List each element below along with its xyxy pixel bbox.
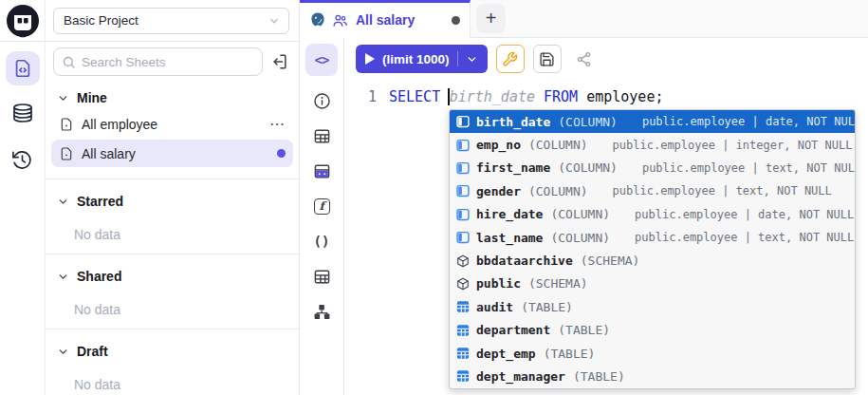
suggestion-name: first_name [476, 160, 550, 175]
nav-database-button[interactable] [6, 97, 40, 131]
variables-button[interactable]: () [311, 231, 332, 252]
suggestion-detail: public.employee | text, NOT NULL [613, 184, 832, 198]
search-sheets-input[interactable] [82, 55, 254, 69]
sheet-label: All employee [82, 117, 157, 132]
autocomplete-item[interactable]: last_name (COLUMN) public.employee | tex… [450, 226, 855, 249]
sql-editor[interactable]: 1 SELECT birth_date FROM employee; [344, 80, 868, 395]
table-grid-icon [455, 323, 470, 337]
play-icon [365, 53, 375, 65]
more-icon[interactable]: ⋯ [269, 115, 286, 133]
suggestion-kind: (COLUMN) [550, 207, 610, 221]
chevron-down-icon [57, 196, 69, 208]
autocomplete-item[interactable]: first_name (COLUMN) public.employee | te… [450, 157, 855, 179]
functions-button[interactable]: f [311, 196, 332, 216]
left-column: Basic Project [0, 0, 300, 395]
code-icon: <> [315, 52, 329, 67]
nav-rail [0, 42, 46, 395]
suggestion-kind: (TABLE) [544, 347, 596, 361]
sheet-code-icon [12, 58, 33, 79]
section-label: Shared [77, 269, 121, 284]
postgres-icon [309, 11, 326, 28]
search-icon [62, 55, 76, 69]
suggestion-name: bbdataarchive [476, 254, 573, 268]
autocomplete-item[interactable]: public (SCHEMA) [450, 273, 855, 295]
autocomplete-item[interactable]: audit (TABLE) [450, 295, 855, 318]
database-icon [11, 103, 34, 125]
sheet-icon [59, 146, 74, 161]
share-icon [576, 51, 592, 67]
autocomplete-item[interactable]: bbdataarchive (SCHEMA) [450, 249, 855, 272]
autocomplete-item[interactable]: birth_date (COLUMN) public.employee | da… [450, 110, 855, 133]
save-icon [539, 51, 555, 67]
suggestion-name: hire_date [476, 207, 543, 221]
table-highlight-icon [313, 162, 331, 180]
table-icon [313, 127, 331, 145]
section-empty-text: No data [46, 377, 299, 392]
search-row [46, 47, 299, 76]
column-icon [455, 160, 470, 175]
table-grid-icon [455, 300, 470, 314]
autocomplete-item[interactable]: dept_emp (TABLE) [450, 342, 855, 365]
search-sheets-box[interactable] [53, 47, 263, 76]
suggestion-detail: public.employee | text, NOT NULL [635, 231, 854, 244]
shared-users-icon [332, 12, 348, 28]
sample-data-button[interactable] [311, 160, 332, 181]
save-button[interactable] [533, 45, 562, 73]
schema-diagram-button[interactable] [311, 301, 332, 322]
autocomplete-item[interactable]: dept_manager (TABLE) [450, 365, 855, 387]
project-select[interactable]: Basic Project [53, 8, 289, 34]
section-label: Starred [77, 194, 123, 209]
section-header[interactable]: Draft [46, 341, 299, 362]
wrench-icon [502, 51, 518, 67]
info-button[interactable] [311, 90, 332, 111]
suggestion-detail: public.employee | date, NOT NULL [635, 208, 854, 221]
keyword-from: FROM [544, 88, 578, 105]
sidebar-section: Shared No data [46, 266, 299, 329]
tab-all-salary[interactable]: All salary [300, 0, 471, 38]
section-label: Draft [77, 344, 108, 359]
run-query-button[interactable]: (limit 1000) [356, 45, 488, 73]
autocomplete-panel: birth_date (COLUMN) public.employee | da… [449, 109, 856, 389]
share-button[interactable] [570, 45, 599, 73]
sheet-row[interactable]: All employee ⋯ [51, 110, 293, 138]
column-icon [455, 207, 470, 221]
app-window: Basic Project [0, 0, 868, 395]
schema-cube-icon [455, 254, 470, 268]
column-icon [455, 231, 470, 245]
chevron-down-icon [57, 271, 69, 283]
autocomplete-item[interactable]: gender (COLUMN) public.employee | text, … [450, 179, 855, 202]
collapse-panel-button[interactable] [270, 52, 289, 71]
suggestion-detail: public.employee | date, NOT NULL [642, 115, 856, 128]
section-header[interactable]: Starred [46, 191, 299, 212]
collapse-panel-icon [270, 52, 289, 71]
sheet-row[interactable]: All salary ⋯ [51, 140, 293, 167]
suggestion-name: dept_emp [476, 347, 536, 361]
right-column: All salary + <> [300, 0, 868, 395]
nav-history-button[interactable] [6, 142, 40, 177]
suggestion-name: dept_manager [476, 369, 565, 384]
suggestion-kind: (COLUMN) [558, 115, 618, 129]
chevron-down-icon[interactable] [466, 53, 478, 66]
table-grid-icon [455, 369, 470, 384]
tables-button[interactable] [311, 266, 332, 287]
table-view-button[interactable] [311, 125, 332, 146]
nav-sheets-button[interactable] [6, 51, 40, 85]
suggestion-kind: (TABLE) [521, 300, 573, 314]
code-line-1: 1 SELECT birth_date FROM employee; [344, 80, 868, 105]
section-mine-header[interactable]: Mine [46, 87, 299, 108]
suggestion-name: birth_date [476, 115, 550, 129]
autocomplete-item[interactable]: emp_no (COLUMN) public.employee | intege… [450, 133, 855, 156]
new-tab-button[interactable]: + [476, 4, 506, 33]
ghost-suggestion: birth_date [450, 88, 535, 105]
view-code-button[interactable]: <> [305, 44, 338, 76]
query-settings-button[interactable] [496, 45, 525, 73]
section-header[interactable]: Shared [46, 266, 299, 287]
keyword-select: SELECT [389, 88, 440, 105]
autocomplete-item[interactable]: department (TABLE) [450, 319, 855, 342]
right-body: <> [300, 38, 868, 395]
autocomplete-item[interactable]: hire_date (COLUMN) public.employee | dat… [450, 203, 855, 226]
app-logo[interactable] [0, 0, 46, 42]
table-reference: employee; [586, 88, 663, 105]
space [535, 88, 544, 105]
suggestion-kind: (COLUMN) [528, 138, 588, 152]
